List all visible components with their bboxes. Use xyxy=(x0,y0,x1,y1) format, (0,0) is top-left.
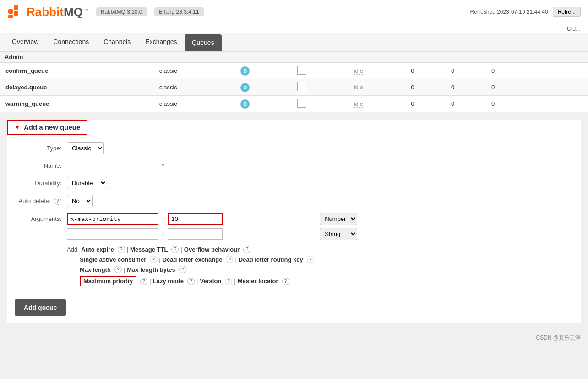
queues-table: confirm_queue classic D idle 0 0 0 delay… xyxy=(0,63,588,112)
auto-delete-row: Auto delete: ? No Yes xyxy=(7,195,581,207)
queue-name: delayed.queue xyxy=(0,79,154,96)
arg-links-row0: Add Auto expire ? | Message TTL ? | Over… xyxy=(67,246,357,253)
nav-overview[interactable]: Overview xyxy=(5,33,46,51)
durability-label: Durability: xyxy=(7,180,67,187)
arg-links-row3: Maximum priority ? | Lazy mode ? | Versi… xyxy=(80,276,357,286)
lazy-mode-help[interactable]: ? xyxy=(187,278,195,285)
arg2-eq: = xyxy=(161,231,165,238)
arg-row-1: = Number String Boolean List xyxy=(67,213,357,225)
arg-link-max-length[interactable]: Max length xyxy=(80,266,111,273)
add-queue-button[interactable]: Add queue xyxy=(15,299,66,316)
queue-status: idle xyxy=(348,63,406,79)
queue-feature: D xyxy=(235,96,292,112)
cluster-bar: Clu... xyxy=(0,24,588,33)
type-select[interactable]: Classic Quorum Stream xyxy=(67,142,104,154)
queue-extra1 xyxy=(526,79,557,96)
durability-select[interactable]: Durable Transient xyxy=(67,177,107,189)
nav-channels[interactable]: Channels xyxy=(96,33,138,51)
rabbitmq-version-badge: RabbitMQ 3.10.0 xyxy=(96,7,147,16)
nav-connections[interactable]: Connections xyxy=(46,33,96,51)
table-row: confirm_queue classic D idle 0 0 0 xyxy=(0,63,588,79)
queue-v3: 0 xyxy=(486,63,526,79)
arg2-type-select-wrap: Number String Boolean List xyxy=(320,228,357,240)
name-control: * xyxy=(67,160,164,171)
svg-rect-1 xyxy=(14,5,18,10)
name-row: Name: * xyxy=(7,160,581,171)
auto-delete-label: Auto delete: ? xyxy=(7,198,67,205)
queue-v1: 0 xyxy=(405,79,446,96)
max-priority-help[interactable]: ? xyxy=(140,278,147,285)
message-ttl-help[interactable]: ? xyxy=(171,246,179,253)
arg-link-dead-letter-routing[interactable]: Dead letter routing key xyxy=(239,256,303,263)
arg-link-master-locator[interactable]: Master locator xyxy=(238,278,278,285)
queues-table-container: confirm_queue classic D idle 0 0 0 delay… xyxy=(0,63,588,112)
required-star: * xyxy=(162,162,164,169)
master-locator-help[interactable]: ? xyxy=(282,278,289,285)
nav-exchanges[interactable]: Exchanges xyxy=(138,33,184,51)
arg-link-dead-letter-exchange[interactable]: Dead letter exchange xyxy=(163,256,223,263)
arg-link-overflow[interactable]: Overflow behaviour xyxy=(184,246,240,253)
queue-v2: 0 xyxy=(446,79,486,96)
arg2-val-input[interactable] xyxy=(168,228,223,240)
svg-rect-0 xyxy=(8,9,13,14)
add-queue-section: ▼ Add a new queue Type: Classic Quorum S… xyxy=(7,120,581,323)
overflow-help[interactable]: ? xyxy=(243,246,250,253)
auto-expire-help[interactable]: ? xyxy=(118,246,125,253)
queue-checkbox[interactable] xyxy=(292,96,348,112)
arg1-key-input[interactable] xyxy=(67,213,158,225)
max-length-bytes-help[interactable]: ? xyxy=(179,266,186,273)
add-queue-title: Add a new queue xyxy=(24,123,80,131)
queue-extra1 xyxy=(526,96,557,112)
dead-letter-exchange-help[interactable]: ? xyxy=(226,256,233,263)
queue-v3: 0 xyxy=(486,79,526,96)
queue-type: classic xyxy=(154,79,235,96)
queue-v2: 0 xyxy=(446,96,486,112)
arg-link-lazy-mode[interactable]: Lazy mode xyxy=(153,278,184,285)
type-label: Type: xyxy=(7,145,67,152)
arg2-type-select[interactable]: Number String Boolean List xyxy=(320,228,357,240)
queue-type: classic xyxy=(154,96,235,112)
nav-admin[interactable]: Admin xyxy=(5,54,23,60)
arg-link-auto-expire[interactable]: Auto expire xyxy=(81,246,114,253)
queue-v1: 0 xyxy=(405,63,446,79)
queue-type: classic xyxy=(154,63,235,79)
arg1-val-input[interactable] xyxy=(168,213,223,225)
logo: RabbitMQTM xyxy=(7,4,89,20)
name-input[interactable] xyxy=(67,160,158,171)
table-row: delayed.queue classic D idle 0 0 0 xyxy=(0,79,588,96)
auto-delete-help-icon[interactable]: ? xyxy=(54,198,61,205)
arg-link-message-ttl[interactable]: Message TTL xyxy=(130,246,168,253)
dead-letter-routing-help[interactable]: ? xyxy=(307,256,314,263)
queue-checkbox[interactable] xyxy=(292,79,348,96)
nav-queues[interactable]: Queues xyxy=(185,34,222,51)
footer: CSDN @其乐无涯 xyxy=(0,330,588,346)
arg-link-version[interactable]: Version xyxy=(200,278,221,285)
refresh-button[interactable]: Refre... xyxy=(553,7,581,17)
add-queue-header[interactable]: ▼ Add a new queue xyxy=(7,120,87,135)
version-help[interactable]: ? xyxy=(225,278,232,285)
name-label: Name: xyxy=(7,162,67,169)
auto-delete-select[interactable]: No Yes xyxy=(67,195,93,207)
cluster-label: Clu... xyxy=(567,25,581,32)
arg-link-max-length-bytes[interactable]: Max length bytes xyxy=(127,266,175,273)
single-active-help[interactable]: ? xyxy=(150,256,157,263)
arg2-key-input[interactable] xyxy=(67,228,158,240)
footer-text: CSDN @其乐无涯 xyxy=(536,335,581,341)
type-control: Classic Quorum Stream xyxy=(67,142,104,154)
arg-links-row2: Max length ? | Max length bytes ? xyxy=(80,266,357,273)
queue-name: warning_queue xyxy=(0,96,154,112)
queue-feature: D xyxy=(235,63,292,79)
queue-checkbox[interactable] xyxy=(292,63,348,79)
header-left: RabbitMQTM RabbitMQ 3.10.0 Erlang 23.3.4… xyxy=(7,4,204,20)
svg-rect-3 xyxy=(8,15,13,18)
queue-extra2 xyxy=(557,63,588,79)
max-length-help[interactable]: ? xyxy=(114,266,122,273)
arg-link-max-priority[interactable]: Maximum priority xyxy=(80,276,136,286)
queue-v2: 0 xyxy=(446,63,486,79)
arg1-type-select[interactable]: Number String Boolean List xyxy=(320,213,357,225)
arg-link-single-active[interactable]: Single active consumer xyxy=(80,256,146,263)
table-row: warning_queue classic D idle 0 0 0 xyxy=(0,96,588,112)
erlang-version-badge: Erlang 23.3.4.11 xyxy=(154,7,204,16)
queue-name: confirm_queue xyxy=(0,63,154,79)
queue-v1: 0 xyxy=(405,96,446,112)
